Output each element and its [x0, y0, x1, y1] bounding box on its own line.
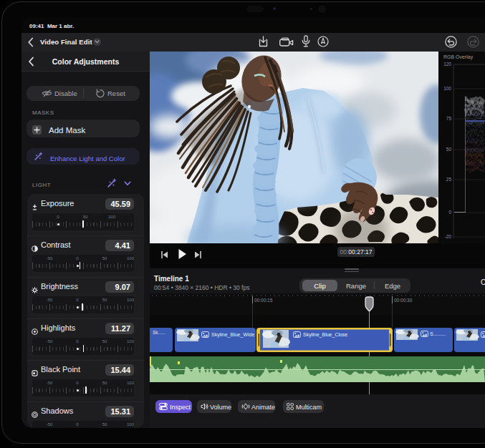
- svg-text:S.........: S.........: [430, 331, 446, 336]
- svg-text:Skyline_Blue_Close: Skyline_Blue_Close: [303, 332, 347, 338]
- svg-text:Sk......: Sk......: [153, 330, 166, 335]
- svg-text:Skyline_Blue_Wide: Skyline_Blue_Wide: [211, 332, 254, 338]
